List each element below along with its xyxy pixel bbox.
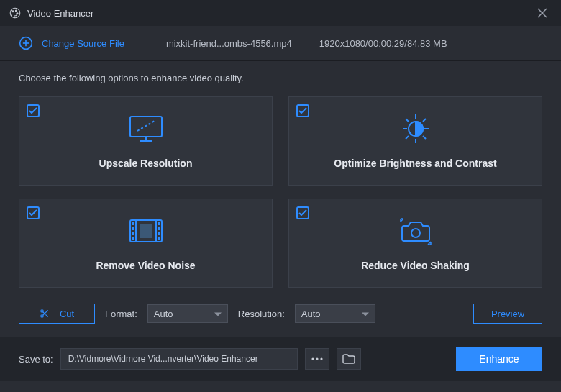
- svg-line-19: [423, 136, 426, 139]
- svg-point-35: [41, 310, 44, 313]
- folder-icon: [342, 354, 355, 364]
- svg-point-42: [320, 357, 322, 360]
- close-icon: [537, 8, 547, 18]
- open-folder-button[interactable]: [337, 348, 361, 370]
- svg-rect-26: [132, 227, 134, 230]
- controls-row: Cut Format: Auto Resolution: Auto Previe…: [0, 288, 561, 337]
- card-title: Optimize Brightness and Contrast: [334, 158, 496, 169]
- check-icon: [29, 107, 37, 114]
- source-row: Change Source File mixkit-friend...ombs-…: [0, 26, 561, 61]
- checkbox-shaking[interactable]: [296, 206, 309, 219]
- svg-line-21: [423, 119, 426, 122]
- save-to-label: Save to:: [19, 354, 53, 365]
- svg-rect-32: [158, 237, 160, 240]
- svg-rect-30: [158, 227, 160, 230]
- filmstrip-icon: [127, 215, 165, 247]
- options-grid: Upscale Resolution: [19, 96, 542, 288]
- palette-icon: [9, 6, 22, 19]
- more-button[interactable]: [305, 348, 329, 370]
- cut-button[interactable]: Cut: [19, 304, 95, 324]
- svg-rect-31: [158, 232, 160, 235]
- ellipsis-icon: [311, 357, 323, 360]
- svg-line-18: [406, 119, 409, 122]
- add-icon[interactable]: [19, 36, 33, 50]
- window-title: Video Enhancer: [27, 8, 532, 19]
- checkbox-noise[interactable]: [27, 206, 40, 219]
- svg-line-12: [137, 121, 155, 131]
- cut-label: Cut: [60, 309, 74, 319]
- svg-point-40: [311, 357, 314, 360]
- checkbox-brightness[interactable]: [296, 104, 309, 117]
- svg-point-3: [17, 13, 18, 14]
- preview-button[interactable]: Preview: [473, 304, 542, 324]
- source-file-meta: 1920x1080/00:00:29/84.83 MB: [319, 38, 447, 49]
- svg-point-41: [316, 357, 318, 360]
- svg-point-36: [41, 315, 44, 318]
- check-icon: [298, 209, 307, 216]
- svg-line-20: [406, 136, 409, 139]
- resolution-select[interactable]: Auto: [295, 304, 375, 323]
- svg-point-34: [411, 229, 420, 237]
- scissors-icon: [40, 309, 50, 319]
- format-select[interactable]: Auto: [147, 304, 228, 323]
- format-label: Format:: [105, 309, 137, 319]
- checkbox-upscale[interactable]: [27, 104, 40, 117]
- svg-point-0: [10, 8, 20, 18]
- change-source-link[interactable]: Change Source File: [42, 38, 124, 49]
- card-title: Remove Video Noise: [96, 260, 195, 271]
- svg-point-1: [12, 11, 14, 12]
- card-remove-noise[interactable]: Remove Video Noise: [19, 199, 273, 288]
- save-path-value: D:\Vidmore\Vidmore Vid...nverter\Video E…: [68, 354, 258, 364]
- svg-line-39: [43, 312, 45, 314]
- resolution-label: Resolution:: [238, 309, 285, 319]
- svg-rect-33: [140, 224, 152, 238]
- card-title: Upscale Resolution: [99, 158, 193, 169]
- enhance-button[interactable]: Enhance: [456, 347, 542, 371]
- card-upscale-resolution[interactable]: Upscale Resolution: [19, 96, 273, 186]
- svg-line-38: [45, 314, 47, 316]
- camera-shake-icon: [397, 215, 434, 247]
- card-reduce-shaking[interactable]: Reduce Video Shaking: [288, 199, 542, 288]
- titlebar: Video Enhancer: [0, 0, 561, 26]
- close-button[interactable]: [532, 3, 552, 23]
- monitor-icon: [127, 113, 165, 145]
- check-icon: [29, 209, 37, 216]
- content: Choose the following options to enhance …: [0, 61, 561, 288]
- svg-rect-29: [158, 222, 160, 225]
- check-icon: [298, 107, 307, 114]
- source-file-name: mixkit-friend...ombs-4556.mp4: [166, 38, 292, 49]
- svg-rect-25: [132, 222, 134, 225]
- card-title: Reduce Video Shaking: [361, 260, 470, 271]
- brightness-icon: [398, 113, 433, 145]
- footer: Save to: D:\Vidmore\Vidmore Vid...nverte…: [0, 337, 561, 381]
- instruction-text: Choose the following options to enhance …: [19, 73, 542, 83]
- save-path-input[interactable]: D:\Vidmore\Vidmore Vid...nverter\Video E…: [60, 348, 298, 370]
- svg-rect-28: [132, 237, 134, 240]
- svg-rect-27: [132, 232, 134, 235]
- resolution-value: Auto: [301, 309, 321, 319]
- card-brightness-contrast[interactable]: Optimize Brightness and Contrast: [288, 96, 542, 186]
- format-value: Auto: [154, 309, 173, 319]
- svg-point-2: [15, 10, 17, 12]
